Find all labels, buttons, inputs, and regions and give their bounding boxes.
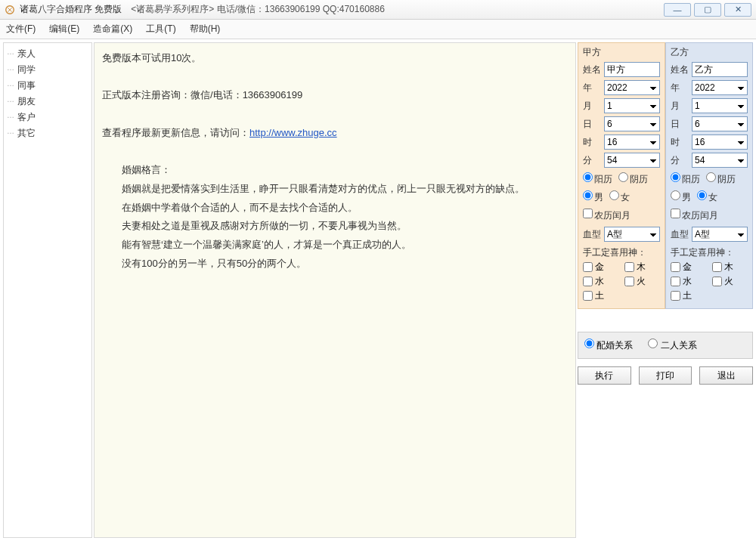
minimize-button[interactable]: — <box>664 3 691 17</box>
a-minute-select[interactable]: 54 <box>604 153 660 168</box>
a-cal-lunar[interactable]: 阴历 <box>618 172 648 186</box>
panel-b: 乙方 姓名 年2022 月1 日6 时16 分54 阳历 阴历 男 女 农历闰月… <box>665 42 753 309</box>
a-cal-solar[interactable]: 阳历 <box>583 172 612 186</box>
tree-item[interactable]: 客户 <box>4 110 91 125</box>
content-pane: 免费版本可试用10次。 正式版本注册咨询：微信/电话：13663906199 查… <box>94 42 576 538</box>
tree-item[interactable]: 同学 <box>4 62 91 78</box>
quote-line: 没有100分的另一半，只有50分的两个人。 <box>102 255 568 274</box>
a-sex-male[interactable]: 男 <box>583 190 603 204</box>
titlebar: 诸葛八字合婚程序 免费版 <诸葛易学系列程序> 电话/微信：1366390619… <box>0 0 756 20</box>
menu-edit[interactable]: 编辑(E) <box>49 23 79 36</box>
b-minute-select[interactable]: 54 <box>692 153 748 168</box>
menu-file[interactable]: 文件(F) <box>6 23 36 36</box>
b-gods-label: 手工定喜用神： <box>671 246 748 259</box>
website-link[interactable]: http://www.zhuge.cc <box>249 127 337 138</box>
a-mu-check[interactable]: 木 <box>624 261 660 274</box>
b-name-input[interactable] <box>692 62 748 77</box>
a-huo-check[interactable]: 火 <box>624 275 660 288</box>
tree-item[interactable]: 亲人 <box>4 46 91 62</box>
a-gods-label: 手工定喜用神： <box>583 246 660 259</box>
a-day-select[interactable]: 6 <box>604 116 660 131</box>
b-shui-check[interactable]: 水 <box>671 275 706 288</box>
mode-two[interactable]: 二人关系 <box>648 338 696 352</box>
maximize-button[interactable]: ▢ <box>694 3 721 17</box>
b-blood-select[interactable]: A型 <box>692 227 748 242</box>
b-huo-check[interactable]: 火 <box>712 275 748 288</box>
tree-item[interactable]: 同事 <box>4 78 91 94</box>
quote-line: 婚姻就是把爱情落实到生活里，睁开一只眼看清楚对方的优点，闭上一只眼无视对方的缺点… <box>102 180 568 199</box>
b-tu-check[interactable]: 土 <box>671 289 706 302</box>
a-blood-select[interactable]: A型 <box>604 227 660 242</box>
register-line: 正式版本注册咨询：微信/电话：13663906199 <box>102 86 568 105</box>
exit-button[interactable]: 退出 <box>699 366 753 385</box>
b-hour-select[interactable]: 16 <box>692 134 748 150</box>
menu-help[interactable]: 帮助(H) <box>190 23 221 36</box>
menubar: 文件(F) 编辑(E) 造命篇(X) 工具(T) 帮助(H) <box>0 20 756 39</box>
a-name-input[interactable] <box>604 62 660 77</box>
close-button[interactable]: ✕ <box>724 3 751 17</box>
mode-marriage[interactable]: 配婚关系 <box>584 338 633 352</box>
sidebar: 亲人 同学 同事 朋友 客户 其它 <box>3 42 92 538</box>
quote-line: 夫妻相处之道是重视及感谢对方所做的一切，不要凡事视为当然。 <box>102 217 568 236</box>
a-sex-female[interactable]: 女 <box>609 190 630 204</box>
b-year-select[interactable]: 2022 <box>692 80 748 95</box>
a-jin-check[interactable]: 金 <box>583 261 618 274</box>
b-sex-male[interactable]: 男 <box>671 190 691 204</box>
quote-line: 在婚姻中学着做个合适的人，而不是去找个合适的人。 <box>102 199 568 218</box>
b-cal-solar[interactable]: 阳历 <box>671 172 700 186</box>
update-line: 查看程序最新更新信息，请访问：http://www.zhuge.cc <box>102 124 568 143</box>
panel-a: 甲方 姓名 年2022 月1 日6 时16 分54 阳历 阴历 男 女 农历闰月… <box>578 42 665 309</box>
window-title-main: 诸葛八字合婚程序 免费版 <box>20 3 122 16</box>
a-shui-check[interactable]: 水 <box>583 275 618 288</box>
quote-title: 婚姻格言： <box>102 161 568 180</box>
b-jin-check[interactable]: 金 <box>671 261 706 274</box>
b-mu-check[interactable]: 木 <box>712 261 748 274</box>
b-month-select[interactable]: 1 <box>692 98 748 113</box>
print-button[interactable]: 打印 <box>639 366 692 385</box>
window-title-sub: <诸葛易学系列程序> 电话/微信：13663906199 QQ:47016088… <box>131 3 385 16</box>
menu-make[interactable]: 造命篇(X) <box>93 23 132 36</box>
quote-line: 能有智慧‘建立一个温馨美满家庭’的人，才算是一个真正成功的人。 <box>102 236 568 255</box>
execute-button[interactable]: 执行 <box>578 366 631 385</box>
a-month-select[interactable]: 1 <box>604 98 660 113</box>
mode-row: 配婚关系 二人关系 <box>578 332 753 359</box>
panel-a-title: 甲方 <box>583 46 660 59</box>
a-tu-check[interactable]: 土 <box>583 289 618 302</box>
menu-tools[interactable]: 工具(T) <box>146 23 175 36</box>
app-icon <box>5 5 15 15</box>
b-leap-check[interactable]: 农历闰月 <box>671 209 718 222</box>
b-day-select[interactable]: 6 <box>692 116 748 131</box>
b-sex-female[interactable]: 女 <box>697 190 717 204</box>
a-year-select[interactable]: 2022 <box>604 80 660 95</box>
tree-item[interactable]: 朋友 <box>4 94 91 110</box>
trial-notice: 免费版本可试用10次。 <box>102 49 568 68</box>
a-leap-check[interactable]: 农历闰月 <box>583 209 631 222</box>
b-cal-lunar[interactable]: 阴历 <box>706 172 736 186</box>
panel-b-title: 乙方 <box>671 46 748 59</box>
a-hour-select[interactable]: 16 <box>604 134 660 150</box>
tree-item[interactable]: 其它 <box>4 125 91 141</box>
